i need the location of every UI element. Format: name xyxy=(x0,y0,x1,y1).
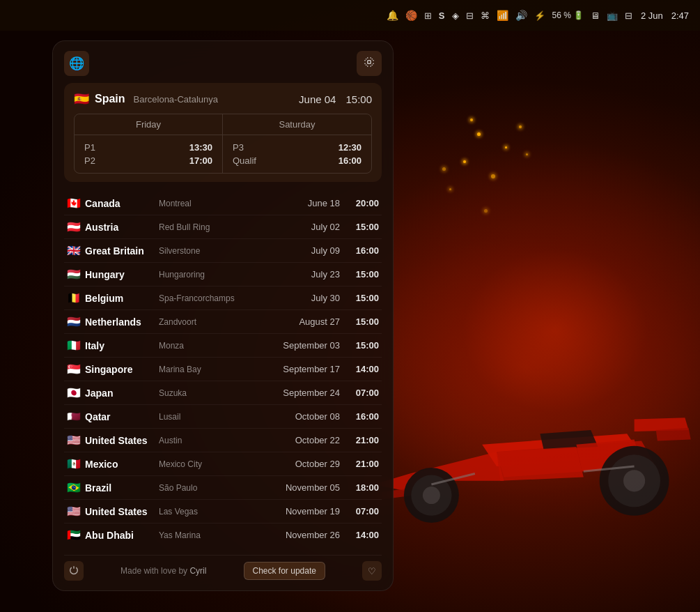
race-circuit-name: Austin xyxy=(159,436,274,445)
race-country-name: Brazil xyxy=(85,482,155,494)
race-flag: 🇧🇷 xyxy=(67,481,85,494)
wifi-icon[interactable]: 📶 xyxy=(497,10,508,21)
race-list-item: 🇺🇸 United States Las Vegas November 19 0… xyxy=(64,500,382,523)
battery-icon: 🔋 xyxy=(573,10,584,20)
widget-footer: Made with love by Cyril Check for update… xyxy=(64,555,382,581)
race-time: 07:00 xyxy=(350,388,379,398)
race-date: July 02 xyxy=(274,222,340,232)
race-list-item: 🇯🇵 Japan Suzuka September 24 07:00 xyxy=(64,381,382,405)
next-race-name: Spain xyxy=(95,93,125,105)
p3-time: 12:30 xyxy=(339,142,361,153)
race-country-name: Singapore xyxy=(85,364,155,375)
author-link[interactable]: Cyril xyxy=(189,566,206,576)
menubar: 🔔 🏀 ⊞ S ◈ ⊟ ⌘ 📶 🔊 ⚡ 56 % 🔋 🖥 📺 ⊟ 2 Jun 2… xyxy=(0,0,700,31)
race-list-item: 🇧🇪 Belgium Spa-Francorchamps July 30 15:… xyxy=(64,286,382,310)
race-country-name: Canada xyxy=(85,198,155,209)
race-time: 21:00 xyxy=(350,435,379,445)
quali-time: 16:00 xyxy=(339,155,361,166)
race-list-item: 🇶🇦 Qatar Lusail October 08 16:00 xyxy=(64,405,382,429)
race-flag: 🇦🇪 xyxy=(67,528,85,542)
p1-time: 13:30 xyxy=(189,142,212,153)
next-race-header: 🇪🇸 Spain Barcelona-Catalunya June 04 15:… xyxy=(74,91,372,107)
p3-label: P3 xyxy=(233,142,244,153)
control-center-icon[interactable]: ⊟ xyxy=(625,10,632,21)
notification-icon[interactable]: 🔔 xyxy=(387,10,398,21)
widget-header: 🌐 xyxy=(64,51,382,76)
race-date: July 23 xyxy=(274,269,340,280)
next-race-time: 15:00 xyxy=(345,93,372,105)
screen-icon[interactable]: ⊟ xyxy=(466,10,474,21)
race-country-name: Japan xyxy=(85,388,155,399)
race-list-item: 🇦🇪 Abu Dhabi Yas Marina November 26 14:0… xyxy=(64,523,382,546)
race-time: 07:00 xyxy=(350,506,379,517)
race-flag: 🇳🇱 xyxy=(67,315,85,328)
race-list-item: 🇮🇹 Italy Monza September 03 15:00 xyxy=(64,334,382,358)
race-circuit-name: Montreal xyxy=(159,199,274,208)
race-flag: 🇶🇦 xyxy=(67,410,85,423)
race-time: 15:00 xyxy=(350,316,379,327)
svg-point-2 xyxy=(423,487,440,504)
settings-button[interactable] xyxy=(357,51,382,76)
race-circuit-name: Mexico City xyxy=(159,459,274,469)
race-date: July 09 xyxy=(274,245,340,256)
race-time: 15:00 xyxy=(350,293,379,303)
race-list-item: 🇨🇦 Canada Montreal June 18 20:00 xyxy=(64,192,382,215)
bluetooth-icon[interactable]: ⚡ xyxy=(534,10,545,21)
race-time: 16:00 xyxy=(350,245,379,256)
heart-button[interactable]: ♡ xyxy=(362,561,382,581)
friday-header: Friday xyxy=(75,114,223,135)
p1-label: P1 xyxy=(84,142,95,153)
volume-icon[interactable]: 🔊 xyxy=(515,10,527,21)
race-flag: 🇺🇸 xyxy=(67,434,85,447)
race-date: September 24 xyxy=(274,388,340,398)
race-date: August 27 xyxy=(274,316,340,327)
f1-car-decoration xyxy=(352,339,700,542)
menubar-time: 2:47 xyxy=(671,10,689,21)
race-date: November 19 xyxy=(274,506,340,517)
race-circuit-name: Suzuka xyxy=(159,388,274,398)
skype-icon[interactable]: S xyxy=(439,10,445,21)
saturday-header: Saturday xyxy=(223,114,371,135)
spain-flag: 🇪🇸 xyxy=(74,91,89,107)
p2-session: P2 17:00 xyxy=(84,154,212,167)
race-country-name: Mexico xyxy=(85,459,155,470)
airplay-icon[interactable]: 📺 xyxy=(607,10,618,21)
race-list-item: 🇳🇱 Netherlands Zandvoort August 27 15:00 xyxy=(64,310,382,334)
race-time: 20:00 xyxy=(350,198,379,208)
svg-point-5 xyxy=(623,470,645,491)
quali-session: Qualif 16:00 xyxy=(233,154,361,167)
race-flag: 🇬🇧 xyxy=(67,244,85,257)
race-date: July 30 xyxy=(274,293,340,303)
next-race-date: June 04 xyxy=(299,93,336,105)
svg-rect-8 xyxy=(368,61,371,64)
battery-percent: 56 % xyxy=(552,10,571,20)
command-icon[interactable]: ⌘ xyxy=(481,10,490,21)
basketball-icon[interactable]: 🏀 xyxy=(405,10,417,21)
display-icon[interactable]: 🖥 xyxy=(591,10,600,21)
made-with-love: Made with love by Cyril xyxy=(120,566,206,576)
next-race-circuit: Barcelona-Catalunya xyxy=(134,94,218,105)
race-list-item: 🇲🇽 Mexico Mexico City October 29 21:00 xyxy=(64,452,382,476)
race-country-name: Hungary xyxy=(85,269,155,280)
race-flag: 🇲🇽 xyxy=(67,457,85,471)
schedule-body: P1 13:30 P2 17:00 P3 12:30 Qualif xyxy=(75,135,371,173)
battery-indicator: 56 % 🔋 xyxy=(552,10,584,20)
race-flag: 🇦🇹 xyxy=(67,220,85,234)
race-circuit-name: Marina Bay xyxy=(159,365,274,374)
race-date: October 08 xyxy=(274,411,340,422)
race-flag: 🇨🇦 xyxy=(67,197,85,210)
heart-icon: ♡ xyxy=(368,566,376,576)
check-update-button[interactable]: Check for update xyxy=(244,562,325,580)
race-date: September 03 xyxy=(274,340,340,351)
grid-icon[interactable]: ⊞ xyxy=(424,10,432,21)
race-date: September 17 xyxy=(274,364,340,374)
app-icon[interactable]: 🌐 xyxy=(64,51,89,76)
power-button[interactable] xyxy=(64,561,84,581)
race-circuit-name: Spa-Francorchamps xyxy=(159,293,274,303)
layers-icon[interactable]: ◈ xyxy=(452,10,459,21)
race-circuit-name: Zandvoort xyxy=(159,317,274,327)
race-list-item: 🇦🇹 Austria Red Bull Ring July 02 15:00 xyxy=(64,215,382,239)
race-country-name: Austria xyxy=(85,222,155,233)
race-time: 21:00 xyxy=(350,459,379,469)
race-list-item: 🇺🇸 United States Austin October 22 21:00 xyxy=(64,429,382,452)
